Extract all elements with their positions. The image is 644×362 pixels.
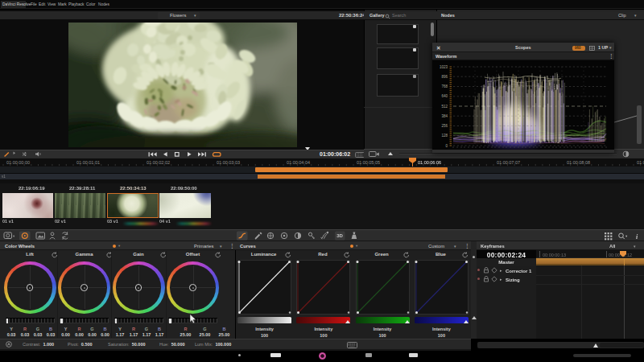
svg-text:768: 768: [441, 84, 448, 88]
svg-text:384: 384: [441, 114, 448, 118]
svg-text:1023: 1023: [440, 65, 448, 69]
svg-text:128: 128: [441, 134, 448, 138]
svg-text:i: i: [636, 233, 638, 241]
svg-text:640: 640: [441, 94, 448, 98]
svg-text:512: 512: [441, 105, 448, 109]
svg-text:▾: ▾: [13, 234, 15, 238]
svg-text:256: 256: [441, 124, 448, 128]
svg-text:3D: 3D: [336, 233, 343, 238]
svg-text:▾: ▾: [625, 233, 628, 237]
svg-text:896: 896: [441, 75, 448, 79]
